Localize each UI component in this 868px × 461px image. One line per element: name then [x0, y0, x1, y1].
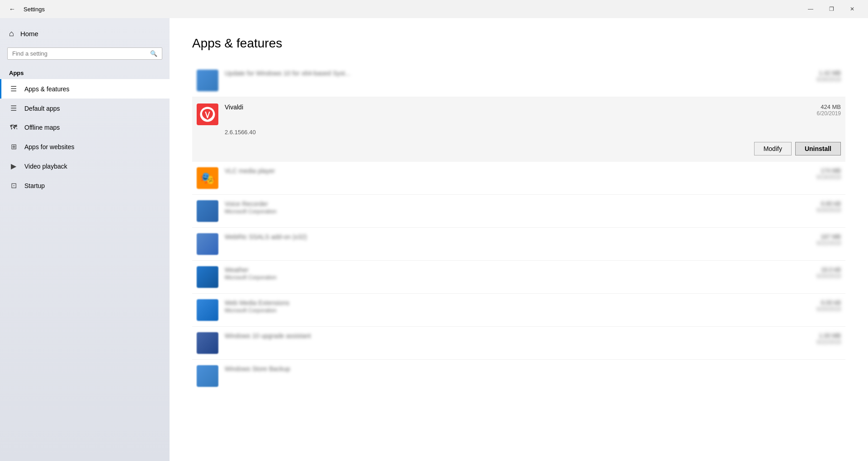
app-publisher: Microsoft Corporation	[225, 208, 798, 215]
sidebar-section-label: Apps	[0, 66, 170, 79]
app-info: WebRtc SSALS add-on (x32)	[225, 233, 798, 240]
app-meta: 6.00 kB 6/20/2019	[805, 299, 841, 312]
map-icon: 🗺	[9, 123, 18, 132]
page-title: Apps & features	[192, 36, 845, 51]
app-size: 6.00 kB	[805, 299, 841, 306]
sidebar-item-home[interactable]: ⌂ Home	[0, 23, 170, 45]
sidebar: ⌂ Home 🔍 Apps ☰ Apps & features ☰ Defaul…	[0, 18, 170, 461]
app-size: 187 MB	[805, 233, 841, 240]
sidebar-item-default-apps[interactable]: ☰ Default apps	[0, 99, 170, 118]
app-info: Update for Windows 10 for x64-based Syst…	[225, 70, 798, 77]
app-date: 6/19/2019	[805, 174, 841, 180]
app-info: Vivaldi	[225, 103, 798, 111]
app-meta: 16.0 kB 6/20/2019	[805, 266, 841, 279]
minimize-button[interactable]: —	[800, 0, 821, 18]
app-icon	[197, 70, 218, 91]
list-item[interactable]: Update for Windows 10 for x64-based Syst…	[192, 64, 845, 97]
sidebar-item-apps-websites[interactable]: ⊞ Apps for websites	[0, 137, 170, 156]
app-name: Web Media Extensions	[225, 299, 798, 306]
vivaldi-version: 2.6.1566.40	[192, 129, 845, 137]
list-item[interactable]: 🎭 VLC media player 174 MB 6/19/2019	[192, 162, 845, 195]
app-name: Vivaldi	[225, 103, 798, 111]
app-size: 424 MB	[805, 103, 841, 110]
list-item[interactable]: Vivaldi 424 MB 6/20/2019 2.6.1566.40 Mod…	[192, 97, 845, 162]
vivaldi-icon	[197, 103, 218, 125]
app-date: 6/22/2019	[805, 240, 841, 246]
app-meta: 1.00 MB 6/22/2019	[805, 332, 841, 345]
app-info: VLC media player	[225, 167, 798, 174]
search-icon: 🔍	[150, 50, 157, 57]
list-item[interactable]: Web Media Extensions Microsoft Corporati…	[192, 294, 845, 327]
app-name: Voice Recorder	[225, 200, 798, 207]
app-info: Windows 10 upgrade assistant	[225, 332, 798, 339]
app-name: Windows 10 upgrade assistant	[225, 332, 798, 339]
app-date: 6/20/2019	[805, 110, 841, 117]
modify-button[interactable]: Modify	[754, 142, 792, 155]
vivaldi-main-row: Vivaldi 424 MB 6/20/2019	[192, 97, 845, 129]
app-list: Update for Windows 10 for x64-based Syst…	[192, 64, 845, 392]
app-size: 16.0 kB	[805, 266, 841, 273]
list-item[interactable]: Voice Recorder Microsoft Corporation 6.8…	[192, 195, 845, 228]
app-meta: 174 MB 6/19/2019	[805, 167, 841, 180]
app-date: 6/20/2019	[805, 207, 841, 213]
app-name: WebRtc SSALS add-on (x32)	[225, 233, 798, 240]
app-date: 6/22/2019	[805, 339, 841, 345]
maximize-button[interactable]: ❐	[821, 0, 842, 18]
uninstall-button[interactable]: Uninstall	[795, 142, 841, 155]
search-input[interactable]	[12, 50, 146, 57]
home-icon: ⌂	[9, 29, 14, 38]
app-name: Weather	[225, 266, 798, 273]
window-controls: — ❐ ✕	[800, 0, 863, 18]
vlc-icon: 🎭	[197, 167, 218, 189]
app-info: Web Media Extensions Microsoft Corporati…	[225, 299, 798, 314]
list-item[interactable]: Windows 10 upgrade assistant 1.00 MB 6/2…	[192, 327, 845, 360]
app-meta: 424 MB 6/20/2019	[805, 103, 841, 117]
sidebar-item-label: Startup	[24, 182, 45, 189]
app-publisher: Microsoft Corporation	[225, 307, 798, 314]
app-icon	[197, 200, 218, 222]
main-layout: ⌂ Home 🔍 Apps ☰ Apps & features ☰ Defaul…	[0, 18, 868, 461]
content-area: Apps & features Update for Windows 10 fo…	[170, 18, 868, 461]
app-date: 6/26/2019	[805, 76, 841, 83]
websites-icon: ⊞	[9, 142, 18, 151]
app-publisher: Microsoft Corporation	[225, 274, 798, 281]
sidebar-item-video-playback[interactable]: ▶ Video playback	[0, 156, 170, 176]
app-date: 6/20/2019	[805, 306, 841, 312]
app-icon	[197, 365, 218, 387]
back-button[interactable]: ←	[5, 2, 19, 16]
list-item[interactable]: Windows Store Backup	[192, 360, 845, 392]
app-name: VLC media player	[225, 167, 798, 174]
app-size: 1.00 MB	[805, 332, 841, 339]
app-info: Voice Recorder Microsoft Corporation	[225, 200, 798, 215]
sidebar-item-apps-features[interactable]: ☰ Apps & features	[0, 79, 170, 99]
app-name: Update for Windows 10 for x64-based Syst…	[225, 70, 798, 77]
list-item[interactable]: Weather Microsoft Corporation 16.0 kB 6/…	[192, 261, 845, 294]
sidebar-item-offline-maps[interactable]: 🗺 Offline maps	[0, 118, 170, 137]
search-box[interactable]: 🔍	[7, 47, 162, 60]
video-icon: ▶	[9, 162, 18, 170]
home-label: Home	[20, 30, 38, 38]
app-info: Windows Store Backup	[225, 365, 798, 372]
sidebar-item-label: Default apps	[24, 105, 60, 112]
app-size: 174 MB	[805, 167, 841, 174]
back-icon: ←	[9, 5, 15, 13]
close-button[interactable]: ✕	[842, 0, 863, 18]
list-item[interactable]: WebRtc SSALS add-on (x32) 187 MB 6/22/20…	[192, 228, 845, 261]
app-meta: 1.42 MB 6/26/2019	[805, 70, 841, 83]
titlebar-title: Settings	[24, 6, 45, 13]
startup-icon: ⊡	[9, 181, 18, 190]
app-name: Windows Store Backup	[225, 365, 798, 372]
sidebar-item-label: Apps for websites	[24, 143, 75, 151]
app-size: 6.80 kB	[805, 200, 841, 207]
app-icon	[197, 266, 218, 288]
app-info: Weather Microsoft Corporation	[225, 266, 798, 281]
app-meta: 187 MB 6/22/2019	[805, 233, 841, 246]
app-meta: 6.80 kB 6/20/2019	[805, 200, 841, 213]
vivaldi-actions: Modify Uninstall	[192, 137, 845, 162]
sidebar-item-label: Video playback	[24, 163, 67, 170]
list-icon: ☰	[9, 85, 18, 93]
app-icon	[197, 299, 218, 321]
sidebar-item-label: Apps & features	[24, 85, 70, 93]
sidebar-item-label: Offline maps	[24, 124, 60, 131]
sidebar-item-startup[interactable]: ⊡ Startup	[0, 176, 170, 195]
